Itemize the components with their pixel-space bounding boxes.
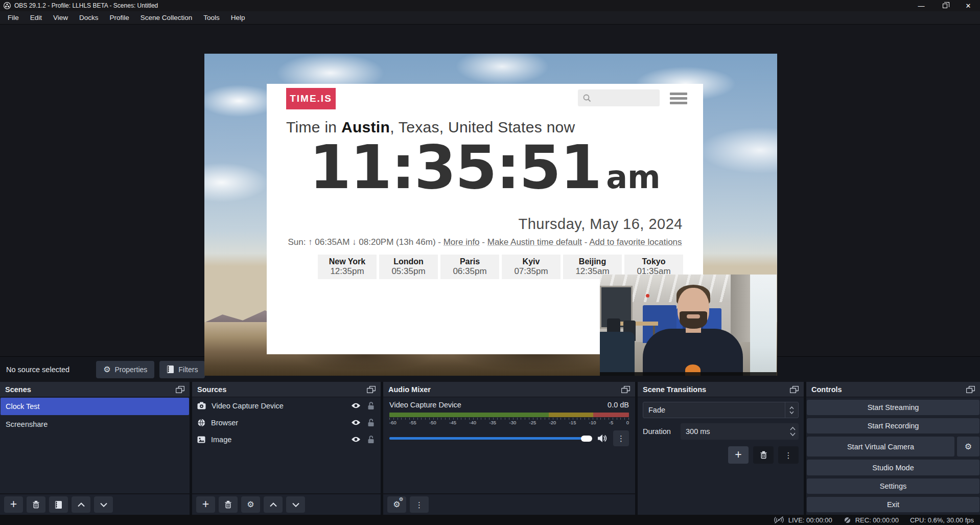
status-bar: LIVE: 00:00:00 REC: 00:00:00 CPU: 0.6%, … xyxy=(0,515,980,525)
webcam-overlay xyxy=(600,275,777,376)
filters-button[interactable]: Filters xyxy=(159,361,205,378)
eye-icon[interactable] xyxy=(351,436,361,443)
gear-icon: ⚙ xyxy=(965,443,972,451)
duration-label: Duration xyxy=(643,427,674,436)
obs-logo-icon xyxy=(4,2,11,9)
mixer-db-value: 0.0 dB xyxy=(608,401,629,409)
mixer-menu-button[interactable]: ⋮ xyxy=(410,496,429,513)
menu-scene-collection[interactable]: Scene Collection xyxy=(135,11,198,24)
timeis-date: Thursday, May 16, 2024 xyxy=(518,216,683,233)
duration-spinbox[interactable]: 300 ms xyxy=(681,423,799,440)
maximize-button[interactable] xyxy=(933,0,956,11)
audio-mixer-dock: Audio Mixer Video Capture Device 0.0 dB … xyxy=(383,382,635,515)
timeis-clock: 11:35:51 am xyxy=(267,137,703,197)
timeis-link-more-info: More info xyxy=(444,237,480,247)
menu-view[interactable]: View xyxy=(48,11,74,24)
scenes-header: Scenes xyxy=(0,382,190,397)
remove-scene-button[interactable] xyxy=(27,496,45,513)
hamburger-menu-icon xyxy=(670,93,687,104)
volume-meter xyxy=(389,413,629,417)
properties-button[interactable]: ⚙ Properties xyxy=(96,361,154,378)
popout-icon[interactable] xyxy=(367,386,376,393)
popout-icon[interactable] xyxy=(966,386,975,393)
mixer-options-button[interactable]: ⋮ xyxy=(613,430,629,446)
eye-icon[interactable] xyxy=(351,402,361,409)
scene-item-screenshare[interactable]: Screenshare xyxy=(1,416,189,433)
move-source-up-button[interactable] xyxy=(264,496,283,513)
minimize-button[interactable]: — xyxy=(909,0,933,11)
lock-icon[interactable] xyxy=(367,419,375,427)
eye-icon[interactable] xyxy=(351,419,361,426)
sources-dock: Sources Video Capture Device Browser xyxy=(192,382,381,515)
source-item-browser[interactable]: Browser xyxy=(192,414,381,431)
speaker-icon[interactable] xyxy=(597,434,608,443)
source-item-image[interactable]: Image xyxy=(192,431,381,448)
virtual-camera-settings-button[interactable]: ⚙ xyxy=(957,437,979,456)
studio-mode-button[interactable]: Studio Mode xyxy=(807,460,979,475)
move-source-down-button[interactable] xyxy=(286,496,305,513)
scene-transitions-header: Scene Transitions xyxy=(638,382,804,397)
scene-item-clock-test[interactable]: Clock Test xyxy=(1,398,189,415)
add-source-button[interactable]: + xyxy=(196,496,215,513)
gear-icon: ⚙ xyxy=(103,366,110,374)
remove-transition-button[interactable] xyxy=(753,446,774,464)
obs-window: OBS 29.1.2 - Profile: LLHLS BETA - Scene… xyxy=(0,0,980,525)
move-scene-up-button[interactable] xyxy=(72,496,90,513)
filters-icon xyxy=(167,365,174,374)
audio-mixer-header: Audio Mixer xyxy=(383,382,635,397)
menu-tools[interactable]: Tools xyxy=(198,11,225,24)
menu-edit[interactable]: Edit xyxy=(25,11,48,24)
menu-docks[interactable]: Docks xyxy=(74,11,104,24)
move-scene-down-button[interactable] xyxy=(94,496,113,513)
world-clock-london: London05:35pm xyxy=(379,255,438,279)
popout-icon[interactable] xyxy=(790,386,799,393)
popout-icon[interactable] xyxy=(176,386,184,393)
webcam-window xyxy=(750,275,777,376)
source-properties-button[interactable]: ⚙ xyxy=(241,496,260,513)
preview-canvas[interactable]: TIME.IS Time in Austin, Texas, United St… xyxy=(204,54,777,376)
source-item-video-capture[interactable]: Video Capture Device xyxy=(192,397,381,414)
timeis-clock-digits: 11:35:51 xyxy=(309,137,601,197)
timeis-link-add-favorite: Add to favorite locations xyxy=(589,237,682,247)
window-title: OBS 29.1.2 - Profile: LLHLS BETA - Scene… xyxy=(14,2,158,9)
transition-properties-button[interactable]: ⋮ xyxy=(778,446,799,464)
menu-help[interactable]: Help xyxy=(225,11,251,24)
controls-header: Controls xyxy=(806,382,980,397)
volume-slider[interactable] xyxy=(389,437,592,440)
world-clock-new-york: New York12:35pm xyxy=(318,255,377,279)
menu-file[interactable]: File xyxy=(2,11,25,24)
webcam-alarm-light xyxy=(646,294,649,298)
volume-meter-scale: -60-55-50-45-40-35-30-25-20-15-10-50 xyxy=(389,418,629,426)
add-transition-button[interactable]: + xyxy=(728,446,749,464)
dock-row: Scenes Clock Test Screenshare + xyxy=(0,382,980,515)
start-recording-button[interactable]: Start Recording xyxy=(807,418,979,433)
webcam-person-hoodie xyxy=(643,329,743,376)
settings-button[interactable]: Settings xyxy=(807,478,979,494)
exit-button[interactable]: Exit xyxy=(807,497,979,512)
chevron-up-icon xyxy=(270,503,277,507)
advanced-audio-button[interactable]: ⚙⚙ xyxy=(387,496,406,513)
start-streaming-button[interactable]: Start Streaming xyxy=(807,400,979,415)
menu-profile[interactable]: Profile xyxy=(104,11,135,24)
lock-icon[interactable] xyxy=(367,436,375,444)
trash-icon xyxy=(224,500,232,509)
close-button[interactable]: ✕ xyxy=(956,0,980,11)
lock-icon[interactable] xyxy=(367,402,375,410)
spin-down-icon[interactable] xyxy=(790,432,796,436)
volume-slider-handle[interactable] xyxy=(581,436,592,442)
filters-icon xyxy=(55,500,62,509)
scene-filters-button[interactable] xyxy=(49,496,68,513)
transition-select[interactable]: Fade xyxy=(643,402,799,418)
popout-icon[interactable] xyxy=(621,386,630,393)
timeis-clock-meridiem: am xyxy=(606,158,660,196)
globe-icon xyxy=(197,419,205,427)
remove-source-button[interactable] xyxy=(219,496,238,513)
plus-icon: + xyxy=(735,449,741,461)
sources-list: Video Capture Device Browser xyxy=(192,397,381,493)
sources-footer: + ⚙ xyxy=(192,493,381,515)
add-scene-button[interactable]: + xyxy=(4,496,23,513)
start-virtual-camera-button[interactable]: Start Virtual Camera xyxy=(807,437,954,456)
spin-up-icon[interactable] xyxy=(790,427,796,430)
advanced-audio-icon: ⚙⚙ xyxy=(393,500,400,509)
controls-dock: Controls Start Streaming Start Recording… xyxy=(806,382,980,515)
